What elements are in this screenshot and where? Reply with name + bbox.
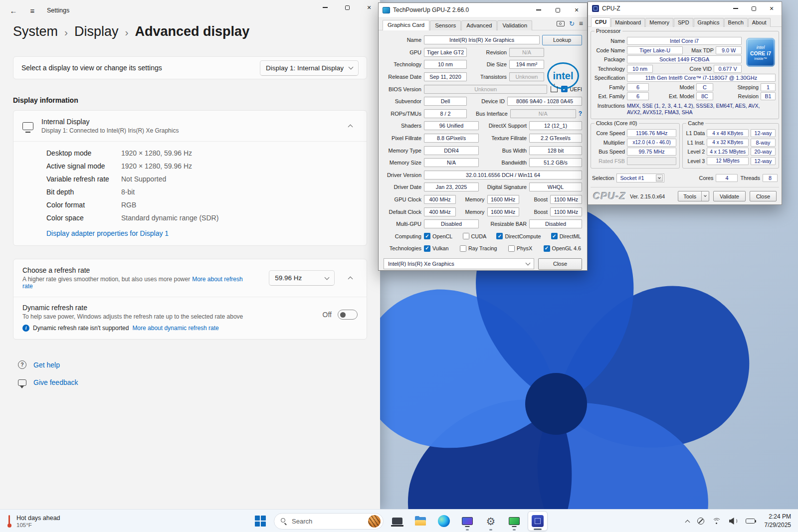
gpu-revision-value: N/A <box>509 48 544 57</box>
tab-bench[interactable]: Bench <box>724 18 748 27</box>
display-select-value: Display 1: Internal Display <box>266 64 344 72</box>
gpuz-row-technology: Technology 10 nm Die Size 194 mm² <box>384 58 544 71</box>
display-app-button[interactable] <box>457 511 477 531</box>
refresh-rate-header[interactable]: Choose a refresh rate A higher rate give… <box>13 259 367 297</box>
folder-icon <box>415 517 426 526</box>
cpuz-footer: CPU-Z Ver. 2.15.0.x64 Tools Validate Clo… <box>591 187 779 202</box>
back-button[interactable]: ← <box>5 3 22 18</box>
start-button[interactable] <box>250 511 270 531</box>
tab-sensors[interactable]: Sensors <box>430 20 461 30</box>
maximize-button[interactable] <box>745 2 763 14</box>
cpuz-taskbar-button[interactable] <box>528 511 548 531</box>
tab-mainboard[interactable]: Mainboard <box>611 18 645 27</box>
screenshot-icon[interactable] <box>557 21 565 26</box>
share-arrow: ↑ <box>553 82 556 88</box>
dynamic-refresh-toggle[interactable] <box>338 310 358 320</box>
battery-button[interactable] <box>742 512 759 530</box>
give-feedback-row[interactable]: Give feedback <box>18 378 367 386</box>
internal-display-header[interactable]: Internal Display Display 1: Connected to… <box>13 111 367 141</box>
tab-cpu[interactable]: CPU <box>591 17 610 27</box>
tab-about[interactable]: About <box>748 18 771 27</box>
ray-tracing-checkbox[interactable]: ✓Ray Tracing <box>460 245 497 252</box>
get-help-row[interactable]: ? Get help <box>18 360 367 369</box>
gpu-clock-value: 400 MHz <box>424 195 456 204</box>
checkbox-icon: ✓ <box>496 233 503 239</box>
search-highlight-thumbnail[interactable] <box>368 515 381 528</box>
get-help-link[interactable]: Get help <box>33 361 60 369</box>
network-button[interactable] <box>709 512 725 530</box>
search-placeholder: Search <box>292 518 364 525</box>
refresh-rate-dropdown[interactable]: 59.96 Hz <box>269 270 335 286</box>
lookup-button[interactable]: Lookup <box>542 35 582 45</box>
rated-fsb-value <box>627 157 676 165</box>
opengl-checkbox[interactable]: ✓OpenGL 4.6 <box>544 245 581 252</box>
minimize-button[interactable] <box>529 3 548 16</box>
settings-taskbar-button[interactable]: ⚙ <box>481 511 501 531</box>
field-label: Subvendor <box>384 98 421 104</box>
cpuz-close-button[interactable]: Close <box>750 191 777 201</box>
close-button[interactable]: × <box>358 0 380 15</box>
search-input[interactable]: Search <box>274 513 384 530</box>
checkbox-label: CUDA <box>471 233 487 239</box>
maximize-button[interactable] <box>548 3 567 16</box>
display-adapter-properties-link[interactable]: Display adapter properties for Display 1 <box>46 229 169 237</box>
menu-icon[interactable]: ≡ <box>579 20 583 27</box>
tab-graphics[interactable]: Graphics <box>694 18 724 27</box>
volume-button[interactable] <box>726 512 741 530</box>
tab-advanced[interactable]: Advanced <box>461 20 497 30</box>
minimize-button[interactable] <box>314 0 336 15</box>
gpu-card-select-value: Intel(R) Iris(R) Xe Graphics <box>388 261 454 267</box>
socket-select[interactable]: Socket #1 <box>616 174 664 182</box>
close-button[interactable]: × <box>567 3 586 16</box>
default-boost-clock-value: 1100 MHz <box>550 207 582 216</box>
package-value: Socket 1449 FCBGA <box>627 55 742 63</box>
close-button[interactable]: × <box>763 2 781 14</box>
checkbox-label: Vulkan <box>432 245 449 251</box>
edge-button[interactable] <box>434 511 454 531</box>
directml-checkbox[interactable]: ✓DirectML <box>551 233 581 239</box>
tools-dropdown-arrow[interactable] <box>701 191 709 201</box>
taskbar-clock[interactable]: 2:24 PM 7/29/2025 <box>760 513 794 530</box>
tab-graphics-card[interactable]: Graphics Card <box>383 20 429 30</box>
give-feedback-link[interactable]: Give feedback <box>33 378 78 386</box>
breadcrumb-system[interactable]: System <box>13 24 58 39</box>
file-explorer-button[interactable] <box>410 511 430 531</box>
chevron-down-icon <box>349 65 354 70</box>
do-not-disturb-button[interactable] <box>694 512 708 530</box>
refresh-icon[interactable]: ↻ <box>569 20 575 27</box>
tab-spd[interactable]: SPD <box>674 18 693 27</box>
tab-memory[interactable]: Memory <box>645 18 673 27</box>
vulkan-checkbox[interactable]: ✓Vulkan <box>424 245 449 252</box>
device-app-button[interactable] <box>387 511 407 531</box>
field-label: Memory <box>458 209 485 215</box>
info-row-vrr: Variable refresh rateNot Supported <box>46 173 358 185</box>
gpuz-close-button[interactable]: Close <box>538 258 582 270</box>
more-about-dynamic-refresh-link[interactable]: More about dynamic refresh rate <box>132 325 218 332</box>
directcompute-checkbox[interactable]: ✓DirectCompute <box>496 233 541 239</box>
display-select-dropdown[interactable]: Display 1: Internal Display <box>260 60 359 76</box>
nav-menu-button[interactable]: ≡ <box>24 3 41 18</box>
field-label: Boost <box>522 209 548 215</box>
validate-button[interactable]: Validate <box>713 191 746 201</box>
minimize-button[interactable] <box>727 2 745 14</box>
collapse-refresh-rate-button[interactable] <box>343 272 358 285</box>
breadcrumb-display[interactable]: Display <box>74 24 119 39</box>
cpuz-row-l1-data: L1 Data 4 x 48 KBytes 12-way <box>686 129 776 138</box>
tray-expand-button[interactable] <box>682 512 693 530</box>
weather-widget[interactable]: Hot days ahead 105°F <box>1 511 66 531</box>
help-icon[interactable]: ? <box>579 110 582 117</box>
maximize-button[interactable] <box>336 0 358 15</box>
tab-validation[interactable]: Validation <box>497 20 532 30</box>
share-icon[interactable]: ↑ <box>551 86 558 92</box>
opencl-checkbox[interactable]: ✓OpenCL <box>424 233 452 239</box>
gpuz-taskbar-button[interactable] <box>504 511 524 531</box>
collapse-display-info-button[interactable] <box>343 120 358 133</box>
tools-button[interactable]: Tools <box>678 191 709 201</box>
dropdown-button[interactable] <box>656 175 663 181</box>
select-display-label: Select a display to view or change its s… <box>21 64 162 72</box>
gpuz-row-name: Name Intel(R) Iris(R) Xe Graphics Lookup <box>384 34 582 46</box>
gpu-card-select[interactable]: Intel(R) Iris(R) Xe Graphics <box>384 258 534 269</box>
dynamic-refresh-note: i Dynamic refresh rate isn't supported M… <box>22 325 323 332</box>
physx-checkbox[interactable]: ✓PhysX <box>508 245 532 252</box>
cuda-checkbox[interactable]: ✓CUDA <box>463 233 487 239</box>
